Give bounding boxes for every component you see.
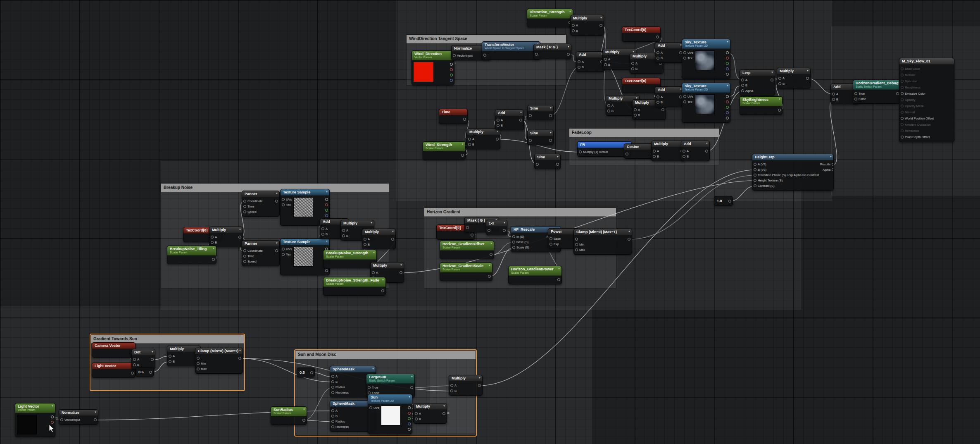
input-pin-dot[interactable]: [197, 368, 200, 370]
node-pan1[interactable]: Panner▼CoordinateTimeSpeed: [242, 191, 280, 217]
node-bn_str[interactable]: BreakupNoise_StrengthScalar Param▼: [323, 250, 377, 268]
input-pin[interactable]: B: [321, 232, 328, 237]
input-pin-dot[interactable]: [243, 205, 246, 208]
input-pin-dot[interactable]: [778, 77, 781, 80]
node-mul_sky[interactable]: Multiply▼AB: [777, 68, 811, 88]
node-hlerp[interactable]: HeightLerp▼A (V3)B (V3)Transition Phase …: [752, 154, 834, 191]
output-pin-dot[interactable]: [726, 62, 729, 65]
output-pin-dot[interactable]: [661, 108, 664, 111]
output-pin[interactable]: [556, 162, 559, 167]
input-pin[interactable]: Base Color: [901, 66, 920, 72]
input-pin[interactable]: B: [331, 379, 338, 384]
output-pin-dot[interactable]: [726, 67, 729, 70]
output-pin-dot[interactable]: [567, 53, 570, 56]
output-pin-dot[interactable]: [238, 357, 241, 360]
collapse-caret-icon[interactable]: ▼: [496, 130, 499, 133]
output-pin[interactable]: [238, 356, 241, 361]
node-sine3[interactable]: Sine▼: [534, 154, 561, 169]
output-pin-dot[interactable]: [325, 209, 328, 212]
output-pin-dot[interactable]: [325, 214, 328, 217]
input-pin-dot[interactable]: [535, 53, 538, 56]
input-pin[interactable]: UVs: [683, 50, 693, 55]
input-pin-dot[interactable]: [604, 58, 607, 61]
output-pin[interactable]: [726, 72, 729, 77]
output-pin-dot[interactable]: [599, 24, 602, 27]
input-pin[interactable]: A: [634, 107, 640, 112]
input-pin[interactable]: Specular: [901, 78, 917, 84]
node-pan2[interactable]: Panner▼CoordinateTimeSpeed: [242, 240, 280, 266]
collapse-caret-icon[interactable]: ▼: [373, 251, 375, 254]
output-pin[interactable]: [450, 78, 453, 83]
node-one0[interactable]: 1.0: [714, 196, 733, 206]
input-pin[interactable]: Radius: [331, 419, 345, 424]
output-pin[interactable]: Results: [820, 162, 834, 167]
output-pin-dot[interactable]: [503, 229, 506, 232]
collapse-caret-icon[interactable]: ▼: [830, 155, 832, 158]
input-pin[interactable]: A: [450, 383, 457, 388]
collapse-caret-icon[interactable]: ▼: [51, 405, 54, 408]
output-pin-dot[interactable]: [726, 95, 729, 98]
output-pin-dot[interactable]: [488, 275, 491, 278]
input-pin[interactable]: Hardness: [331, 424, 349, 430]
input-pin-dot[interactable]: [901, 86, 904, 89]
output-pin[interactable]: [94, 417, 97, 423]
input-pin[interactable]: B: [657, 55, 663, 61]
input-pin-dot[interactable]: [901, 105, 904, 107]
node-maskrg[interactable]: Mask ( R G )▼: [533, 44, 571, 59]
input-pin-dot[interactable]: [282, 248, 285, 251]
collapse-caret-icon[interactable]: ▼: [771, 71, 773, 74]
input-pin-dot[interactable]: [754, 179, 756, 182]
node-add_f[interactable]: Add▼AB: [681, 141, 710, 161]
input-pin[interactable]: A: [331, 408, 338, 413]
output-pin-dot[interactable]: [726, 100, 729, 103]
output-pin[interactable]: [778, 107, 781, 113]
output-pin[interactable]: [238, 234, 241, 240]
input-pin-dot[interactable]: [579, 150, 582, 153]
input-pin[interactable]: Tex: [282, 202, 291, 208]
node-camvec[interactable]: Camera Vector: [92, 342, 136, 358]
input-pin[interactable]: Ambient Occlusion: [901, 122, 931, 128]
input-pin-dot[interactable]: [372, 271, 375, 274]
input-pin-dot[interactable]: [529, 114, 532, 117]
node-hgdebug[interactable]: HorizonGradient_DebugStatic Switch Param…: [853, 80, 901, 104]
node-add_a[interactable]: Add▼AB: [655, 42, 684, 63]
input-pin-dot[interactable]: [754, 168, 756, 171]
input-pin[interactable]: Tex: [683, 99, 692, 105]
input-pin-dot[interactable]: [607, 104, 610, 107]
input-pin[interactable]: UVs: [282, 197, 292, 202]
input-pin[interactable]: Max: [575, 247, 585, 253]
output-pin[interactable]: [51, 414, 54, 420]
input-pin-dot[interactable]: [368, 386, 371, 389]
collapse-caret-icon[interactable]: ▼: [212, 247, 215, 250]
input-pin-dot[interactable]: [369, 406, 372, 409]
output-pin[interactable]: [450, 62, 453, 67]
input-pin-dot[interactable]: [342, 234, 345, 237]
input-pin[interactable]: [483, 53, 486, 58]
input-pin-dot[interactable]: [741, 89, 744, 92]
collapse-caret-icon[interactable]: ▼: [239, 228, 241, 231]
input-pin-dot[interactable]: [741, 84, 744, 87]
input-pin-dot[interactable]: [243, 200, 246, 203]
node-lerp1[interactable]: Lerp▼ABAlpha: [740, 69, 775, 95]
input-pin-dot[interactable]: [282, 198, 285, 201]
collapse-caret-icon[interactable]: ▼: [151, 351, 154, 353]
output-pin[interactable]: [549, 138, 552, 143]
input-pin-dot[interactable]: [854, 92, 857, 95]
input-pin[interactable]: Max: [197, 366, 207, 372]
output-pin[interactable]: [408, 427, 411, 432]
node-mul_s1[interactable]: Multiply▼AB: [413, 403, 447, 424]
input-pin-dot[interactable]: [683, 100, 686, 103]
input-pin[interactable]: Speed: [243, 209, 257, 215]
input-pin-dot[interactable]: [133, 358, 136, 361]
input-pin[interactable]: Radius: [331, 384, 345, 390]
comment-title[interactable]: Sun and Moon Disc: [295, 351, 476, 359]
input-pin[interactable]: A: [321, 226, 328, 232]
input-pin[interactable]: A (V3): [754, 162, 766, 167]
output-pin-dot[interactable]: [519, 119, 522, 122]
input-pin[interactable]: B: [657, 100, 663, 105]
input-pin[interactable]: B: [741, 83, 747, 88]
input-pin-dot[interactable]: [901, 74, 904, 76]
output-pin-dot[interactable]: [151, 358, 154, 361]
input-pin[interactable]: UVs: [282, 246, 292, 252]
node-sine2[interactable]: Sine▼: [527, 130, 554, 145]
